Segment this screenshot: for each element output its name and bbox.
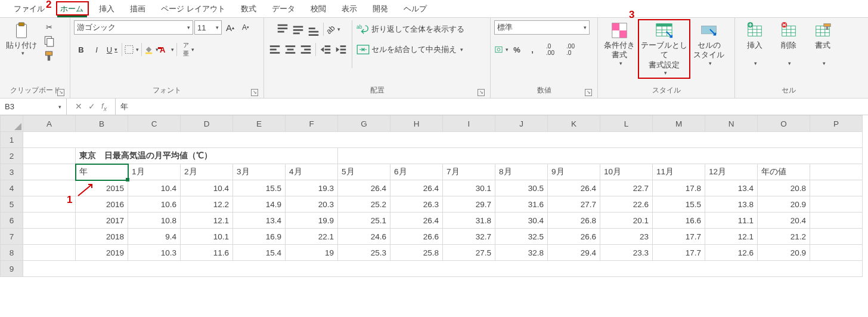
conditional-format-button[interactable]: 条件付き 書式▾ [602,20,637,68]
cell[interactable]: 25.3 [338,245,390,261]
cell[interactable]: 2015 [76,180,128,196]
wrap-text-button[interactable]: ab 折り返して全体を表示する [356,23,464,36]
cell[interactable]: 4月 [286,164,338,180]
cell[interactable] [23,213,76,229]
borders-button[interactable]: ▾ [125,43,139,56]
col-header[interactable]: H [390,116,443,132]
cell[interactable]: 10.4 [181,180,233,196]
col-header[interactable]: M [653,116,705,132]
menu-insert[interactable]: 挿入 [91,0,122,18]
menu-formulas[interactable]: 数式 [233,0,264,18]
cell[interactable]: 10.8 [128,213,181,229]
cell[interactable]: 22.7 [600,180,653,196]
cell[interactable]: 20.4 [758,213,810,229]
cell[interactable]: 30.4 [495,213,548,229]
bold-button[interactable]: B [74,43,88,56]
cell[interactable]: 12.2 [181,196,233,213]
menu-help[interactable]: ヘルプ [396,0,435,18]
cell[interactable]: 14.9 [233,196,286,213]
cell[interactable]: 29.4 [548,245,600,261]
increase-font-button[interactable]: A▴ [223,21,237,34]
row-header[interactable]: 7 [1,229,23,245]
cell-selected[interactable]: 年 [76,164,128,180]
cell[interactable]: 16.9 [233,229,286,245]
cell[interactable]: 32.8 [495,245,548,261]
cell[interactable] [810,196,863,213]
col-header[interactable]: K [548,116,600,132]
cell[interactable] [810,180,863,196]
row-header[interactable]: 4 [1,180,23,196]
row-header[interactable]: 2 [1,148,23,164]
cell[interactable]: 5月 [338,164,390,180]
cell[interactable] [23,245,76,261]
col-header[interactable]: C [128,116,181,132]
clipboard-dialog-launcher[interactable]: ↘ [57,89,64,96]
cell[interactable]: 31.8 [443,213,495,229]
cell[interactable] [23,148,76,164]
cell[interactable] [810,245,863,261]
align-bottom-button[interactable] [306,23,321,36]
cell[interactable]: 9月 [548,164,600,180]
cell[interactable] [23,164,76,180]
cell[interactable]: 30.1 [443,180,495,196]
cell[interactable]: 32.5 [495,229,548,245]
cell[interactable]: 30.5 [495,180,548,196]
fill-color-button[interactable]: ▾ [144,43,159,56]
cell[interactable]: 16.6 [653,213,705,229]
cell[interactable]: 3月 [233,164,286,180]
alignment-dialog-launcher[interactable]: ↘ [478,89,485,96]
row-header[interactable]: 8 [1,245,23,261]
increase-decimal-button[interactable]: .0.00 [541,43,560,56]
cell[interactable]: 20.1 [600,213,653,229]
cell[interactable]: 20.3 [286,196,338,213]
cell[interactable]: 19 [286,245,338,261]
cell[interactable]: 19.9 [286,213,338,229]
cell[interactable]: 10.1 [181,229,233,245]
cell[interactable]: 13.8 [705,196,758,213]
col-header[interactable]: D [181,116,233,132]
cell[interactable]: 31.6 [495,196,548,213]
format-as-table-button[interactable]: 3 テーブルとして 書式設定▾ [640,20,689,78]
cell[interactable]: 10月 [600,164,653,180]
cell[interactable]: 7月 [443,164,495,180]
cell[interactable]: 19.3 [286,180,338,196]
font-dialog-launcher[interactable]: ↘ [251,89,258,96]
cell[interactable]: 2019 [76,245,128,261]
number-dialog-launcher[interactable]: ↘ [585,89,592,96]
menu-draw[interactable]: 描画 [122,0,153,18]
cell-styles-button[interactable]: セルの スタイル▾ [691,20,727,68]
cell[interactable]: 25.2 [338,196,390,213]
cell[interactable]: 32.7 [443,229,495,245]
cell[interactable]: 27.5 [443,245,495,261]
col-header[interactable]: P [810,116,863,132]
formula-bar[interactable]: 年 [115,99,868,115]
format-painter-button[interactable] [42,50,56,63]
cell[interactable]: 2017 [76,213,128,229]
cell[interactable]: 20.9 [758,245,810,261]
underline-button[interactable]: U▾ [105,43,119,56]
col-header[interactable]: B [76,116,128,132]
menu-page-layout[interactable]: ページ レイアウト [153,0,233,18]
number-format-select[interactable]: 標準▾ [494,20,590,35]
cell[interactable]: 12.1 [705,229,758,245]
col-header[interactable]: A [23,116,76,132]
select-all-corner[interactable] [1,116,23,132]
decrease-decimal-button[interactable]: .00.0 [561,43,580,56]
col-header[interactable]: F [286,116,338,132]
phonetic-button[interactable]: ア亜▾ [179,43,197,56]
cell[interactable] [338,148,863,164]
increase-indent-button[interactable] [334,43,348,56]
cut-button[interactable]: ✂ [42,20,56,33]
col-header[interactable]: N [705,116,758,132]
cell[interactable]: 12.6 [705,245,758,261]
cell[interactable]: 2月 [181,164,233,180]
cell[interactable]: 26.8 [548,213,600,229]
align-top-button[interactable] [275,23,290,36]
copy-button[interactable] [42,35,56,48]
cell[interactable]: 13.4 [233,213,286,229]
delete-cells-button[interactable]: 削除▾ [773,20,804,68]
cell[interactable] [23,132,863,148]
align-center-button[interactable] [283,43,297,56]
cell[interactable]: 11.1 [705,213,758,229]
font-color-button[interactable]: A▾ [160,43,174,56]
